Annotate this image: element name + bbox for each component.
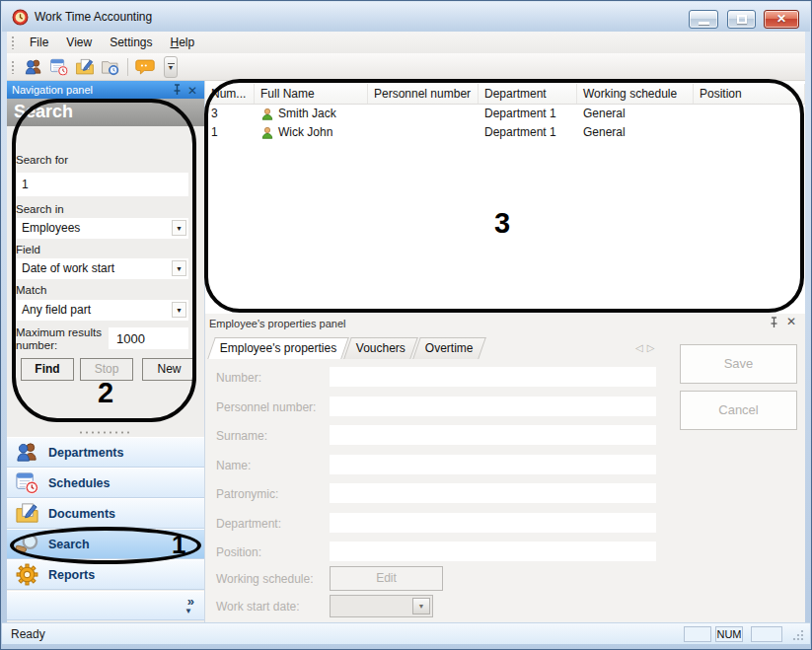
main-area: Num... Full Name Personnel number Depart… bbox=[205, 81, 805, 622]
cell-num: 3 bbox=[205, 105, 255, 123]
stop-button: Stop bbox=[80, 358, 133, 381]
chevron-down-icon[interactable]: ▼ bbox=[172, 220, 186, 236]
table-header: Num... Full Name Personnel number Depart… bbox=[205, 84, 805, 105]
sidebar-item-search[interactable]: Search bbox=[7, 529, 204, 559]
col-full-name[interactable]: Full Name bbox=[255, 84, 368, 104]
gear-icon bbox=[15, 562, 39, 587]
toolbar-chat-button[interactable] bbox=[132, 55, 158, 79]
table-row[interactable]: 1 Wick John Department 1 General bbox=[205, 123, 805, 142]
patronymic-label: Patronymic: bbox=[216, 487, 278, 501]
close-button[interactable]: ✕ bbox=[764, 10, 799, 29]
status-box-1 bbox=[684, 626, 711, 642]
close-icon: ✕ bbox=[765, 12, 798, 26]
position-label: Position: bbox=[216, 545, 261, 559]
name-field bbox=[330, 455, 656, 474]
panel-close-icon[interactable]: ✕ bbox=[187, 82, 197, 100]
menu-view[interactable]: View bbox=[57, 33, 101, 52]
number-label: Number: bbox=[216, 371, 261, 385]
max-results-label: Maximum results number: bbox=[16, 326, 107, 352]
field-label: Field bbox=[16, 244, 40, 255]
tab-label: Employee's properties bbox=[220, 338, 336, 359]
col-department[interactable]: Department bbox=[479, 84, 577, 104]
table-row[interactable]: 3 Smith Jack Department 1 General bbox=[205, 105, 805, 123]
tab-scroll-arrows-icon[interactable]: ◁▷ bbox=[635, 342, 658, 353]
person-icon bbox=[260, 126, 274, 140]
col-working-schedule[interactable]: Working schedule bbox=[577, 84, 694, 104]
tab-employees-properties[interactable]: Employee's properties bbox=[207, 337, 349, 359]
tab-overtime[interactable]: Overtime bbox=[413, 337, 486, 359]
personnel-number-field bbox=[330, 397, 656, 416]
cell-position bbox=[694, 105, 805, 123]
cell-schedule: General bbox=[577, 105, 694, 123]
cancel-button: Cancel bbox=[680, 391, 797, 430]
working-schedule-label: Working schedule: bbox=[216, 572, 314, 586]
toolbar-folder-clock-button[interactable] bbox=[98, 55, 123, 79]
minimize-button[interactable] bbox=[689, 10, 718, 29]
folder-pencil-icon bbox=[15, 501, 39, 526]
employee-name: Wick John bbox=[278, 123, 332, 142]
folder-clock-icon bbox=[101, 57, 120, 77]
status-box-2 bbox=[751, 626, 782, 642]
match-value: Any field part bbox=[22, 303, 91, 317]
maximize-button[interactable] bbox=[727, 10, 756, 29]
department-field bbox=[330, 513, 656, 533]
toolbar-departments-button[interactable] bbox=[21, 55, 46, 79]
sidebar-item-label: Search bbox=[48, 538, 90, 551]
cell-full-name: Wick John bbox=[255, 123, 368, 142]
field-select[interactable]: Date of work start ▼ bbox=[16, 258, 188, 279]
col-position[interactable]: Position bbox=[694, 84, 805, 104]
sidebar-item-departments[interactable]: Departments bbox=[7, 437, 204, 468]
tab-vouchers[interactable]: Vouchers bbox=[344, 337, 419, 359]
pin-icon[interactable] bbox=[172, 84, 183, 96]
window-title: Work Time Accounting bbox=[35, 10, 152, 24]
toolbar-documents-button[interactable] bbox=[72, 55, 98, 79]
max-results-input[interactable] bbox=[109, 327, 188, 349]
toolbar-schedules-button[interactable] bbox=[46, 55, 72, 79]
sidebar-item-reports[interactable]: Reports bbox=[7, 559, 204, 590]
col-personnel-number[interactable]: Personnel number bbox=[368, 84, 479, 104]
overflow-arrow-icon: ▼ bbox=[168, 65, 175, 70]
menu-help[interactable]: Help bbox=[162, 33, 204, 52]
search-for-input[interactable] bbox=[16, 173, 188, 196]
navigation-panel: Navigation panel ✕ Search Search for Sea… bbox=[7, 81, 205, 622]
sidebar-item-label: Documents bbox=[48, 507, 115, 521]
chevron-down-icon[interactable]: ▼ bbox=[172, 302, 186, 318]
col-num[interactable]: Num... bbox=[205, 84, 255, 104]
find-button[interactable]: Find bbox=[21, 358, 74, 381]
position-field bbox=[330, 542, 656, 561]
surname-label: Surname: bbox=[216, 429, 267, 443]
resize-grip[interactable] bbox=[791, 628, 804, 641]
nav-overflow-row[interactable]: » ▼ bbox=[7, 591, 204, 620]
menu-settings[interactable]: Settings bbox=[101, 33, 161, 52]
toolbar-overflow-button[interactable]: ▼ bbox=[164, 56, 178, 78]
pin-icon[interactable] bbox=[769, 317, 779, 328]
new-button[interactable]: New bbox=[142, 358, 196, 381]
department-label: Department: bbox=[216, 517, 281, 531]
chevron-down-icon[interactable]: ▼ bbox=[172, 260, 186, 276]
panel-close-icon[interactable]: ✕ bbox=[786, 315, 796, 328]
employee-name: Smith Jack bbox=[278, 105, 336, 123]
search-in-value: Employees bbox=[22, 221, 80, 235]
sidebar-item-schedules[interactable]: Schedules bbox=[7, 468, 204, 498]
match-select[interactable]: Any field part ▼ bbox=[16, 300, 188, 321]
search-in-select[interactable]: Employees ▼ bbox=[16, 218, 188, 239]
toolbar-separator bbox=[127, 58, 128, 76]
work-start-date-select: ▼ bbox=[330, 595, 433, 617]
menu-file[interactable]: File bbox=[21, 33, 57, 52]
schedules-icon bbox=[49, 57, 69, 77]
chevron-down-icon: ▼ bbox=[412, 598, 430, 614]
search-pane-title: Search bbox=[7, 99, 204, 126]
status-text: Ready bbox=[11, 627, 45, 641]
sidebar-item-documents[interactable]: Documents bbox=[7, 498, 204, 529]
title-bar: Work Time Accounting ✕ bbox=[2, 2, 810, 32]
cell-schedule: General bbox=[577, 123, 694, 142]
cell-position bbox=[694, 123, 805, 142]
toolbar-grip bbox=[11, 60, 15, 74]
cell-personnel bbox=[368, 123, 479, 142]
match-label: Match bbox=[16, 284, 46, 296]
status-bar: Ready NUM bbox=[2, 622, 810, 644]
cell-num: 1 bbox=[205, 123, 255, 142]
tab-strip: Employee's properties Vouchers Overtime bbox=[211, 337, 482, 359]
panel-splitter[interactable] bbox=[7, 428, 204, 437]
search-in-label: Search in bbox=[16, 203, 64, 215]
